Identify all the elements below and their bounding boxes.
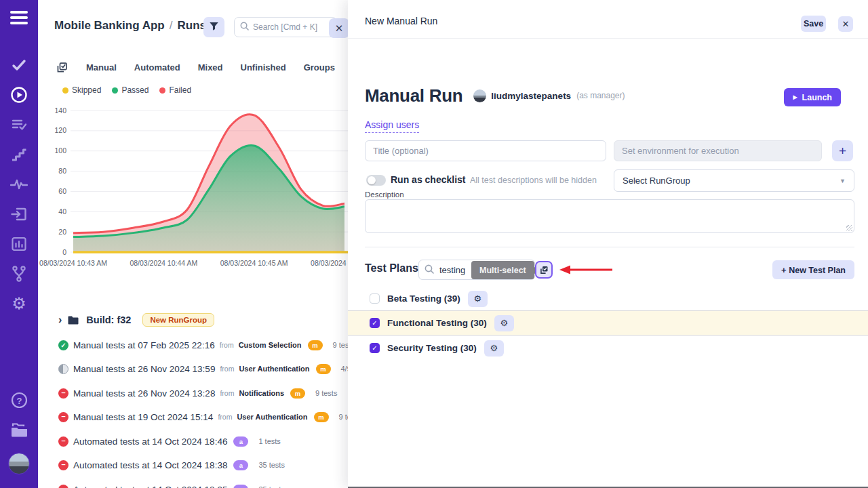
multi-select-icon [539, 265, 549, 275]
menu-icon[interactable] [0, 0, 38, 35]
sign-in-icon[interactable] [0, 199, 38, 229]
plans-list-icon[interactable] [0, 110, 38, 140]
environment-field[interactable] [614, 140, 822, 161]
run-source: User Authentication [237, 413, 307, 421]
test-plan-checkbox[interactable] [370, 343, 380, 353]
failed-dot-icon [159, 87, 165, 94]
run-title: Manual tests at 19 Oct 2024 15:14 [73, 412, 213, 422]
rungroup-select-value: Select RunGroup [623, 176, 690, 186]
run-count: 1 tests [258, 437, 280, 445]
panel-close-button[interactable]: ✕ [838, 16, 853, 32]
runs-play-icon[interactable] [0, 80, 38, 110]
chevron-right-icon[interactable]: › [58, 314, 62, 326]
toggle-knob [368, 176, 376, 184]
rungroup-row[interactable]: › Build: f32 New RunGroup [58, 311, 348, 329]
runs-header: Mobile Banking App / Runs ✕ [38, 0, 348, 49]
run-status-icon [58, 460, 68, 470]
run-count: 9 tests [315, 389, 337, 397]
run-list-item[interactable]: Manual tests at 07 Feb 2025 22:16 from C… [58, 336, 348, 354]
save-button[interactable]: Save [801, 16, 826, 32]
filter-button[interactable] [203, 17, 224, 37]
run-type-badge: a [233, 460, 248, 470]
test-plans-heading: Test Plans [365, 262, 418, 274]
svg-text:120: 120 [54, 126, 66, 134]
breadcrumb-project[interactable]: Mobile Banking App [54, 19, 165, 33]
svg-text:08/03/2024 10:43 AM: 08/03/2024 10:43 AM [39, 259, 107, 267]
new-test-plan-button[interactable]: New Test Plan [772, 260, 854, 279]
tab-groups[interactable]: Groups [304, 62, 335, 73]
tab-manual[interactable]: Manual [86, 62, 117, 73]
run-from-label: from [220, 365, 234, 373]
svg-text:100: 100 [54, 146, 66, 155]
help-icon[interactable]: ? [0, 385, 38, 415]
run-title: Manual tests at 07 Feb 2025 22:16 [73, 340, 215, 350]
tests-check-icon[interactable] [0, 50, 38, 80]
run-count: 9 tests [339, 413, 349, 421]
tab-unfinished[interactable]: Unfinished [241, 62, 286, 73]
checklist-hint: All test descriptions will be hidden [470, 176, 597, 185]
tab-mixed[interactable]: Mixed [198, 62, 223, 73]
runs-search[interactable] [234, 17, 337, 37]
user-avatar[interactable] [0, 449, 38, 479]
multi-select-button[interactable] [535, 261, 553, 279]
checklist-label: Run as checklist [391, 174, 466, 185]
avatar [473, 89, 486, 102]
plan-settings-gear-icon[interactable] [484, 340, 504, 357]
tab-automated[interactable]: Automated [134, 62, 180, 73]
panel-close-button[interactable]: ✕ [329, 18, 348, 38]
runs-tabs: Manual Automated Mixed Unfinished Groups… [38, 57, 348, 77]
test-plan-checkbox[interactable] [370, 318, 380, 328]
manager-role: (as manager) [576, 91, 625, 100]
launch-button[interactable]: Launch [784, 88, 841, 106]
search-input[interactable] [253, 22, 331, 32]
run-count: 35 tests [258, 461, 285, 469]
area-chart: 02040608010012014008/03/2024 10:43 AM08/… [38, 94, 348, 272]
test-plan-row[interactable]: Beta Testing (39) [348, 289, 868, 308]
run-as-checklist-toggle[interactable] [366, 175, 386, 186]
svg-text:08/03/2024 10:46 AM: 08/03/2024 10:46 AM [311, 259, 348, 267]
test-plan-row-highlighted[interactable]: Functional Testing (30) [348, 310, 868, 336]
add-environment-button[interactable]: + [832, 140, 853, 161]
app-window: ⚙ ? Mobile Banking App / Runs [0, 0, 868, 488]
test-plan-label: Security Testing (30) [387, 343, 477, 353]
test-plan-checkbox[interactable] [370, 293, 380, 304]
rungroup-select[interactable]: Select RunGroup ▼ [614, 169, 854, 192]
reports-chart-icon[interactable] [0, 229, 38, 259]
description-textarea[interactable] [365, 199, 854, 233]
run-status-icon [58, 485, 68, 488]
svg-text:20: 20 [58, 228, 66, 236]
plan-settings-gear-icon[interactable] [494, 315, 514, 331]
run-list-item[interactable]: Automated tests at 14 Oct 2024 18:38 a 3… [58, 456, 348, 474]
run-title: Automated tests at 14 Oct 2024 18:46 [73, 436, 227, 447]
new-manual-run-panel: New Manual Run Save ✕ Manual Run liudmyl… [348, 0, 868, 488]
run-type-badge: m [290, 388, 305, 399]
search-icon [240, 21, 249, 33]
multi-select-tab-icon[interactable] [56, 61, 68, 74]
run-title: Manual tests at 26 Nov 2024 13:28 [73, 388, 215, 399]
breadcrumb-current: Runs [178, 19, 207, 33]
panel-title: New Manual Run [365, 16, 437, 26]
run-list-item[interactable]: Automated tests at 14 Oct 2024 18:35 a 3… [58, 481, 348, 488]
projects-folder-icon[interactable] [0, 415, 38, 445]
page-title: Manual Run [365, 85, 462, 106]
plan-settings-gear-icon[interactable] [468, 291, 488, 307]
manager-username[interactable]: liudmylastepanets [491, 91, 571, 101]
steps-icon[interactable] [0, 140, 38, 169]
test-plan-label: Functional Testing (30) [387, 318, 487, 328]
settings-gear-icon[interactable]: ⚙ [0, 289, 38, 319]
run-source: User Authentication [239, 365, 309, 373]
test-plan-row[interactable]: Security Testing (30) [348, 338, 868, 358]
run-list-item[interactable]: Manual tests at 19 Oct 2024 15:14 from U… [58, 408, 348, 426]
resize-grip-icon[interactable] [846, 225, 852, 231]
title-field[interactable] [365, 140, 606, 161]
funnel-icon [209, 21, 219, 34]
run-count: 9 tests [333, 341, 348, 349]
run-status-icon [58, 436, 68, 447]
branch-icon[interactable] [0, 259, 38, 289]
run-list-item[interactable]: Manual tests at 26 Nov 2024 13:59 from U… [58, 360, 348, 378]
assign-users-link[interactable]: Assign users [365, 119, 419, 133]
pulse-icon[interactable] [0, 169, 38, 199]
run-list-item[interactable]: Manual tests at 26 Nov 2024 13:28 from N… [58, 384, 348, 402]
breadcrumb-separator: / [170, 19, 173, 33]
run-list-item[interactable]: Automated tests at 14 Oct 2024 18:46 a 1… [58, 432, 348, 450]
